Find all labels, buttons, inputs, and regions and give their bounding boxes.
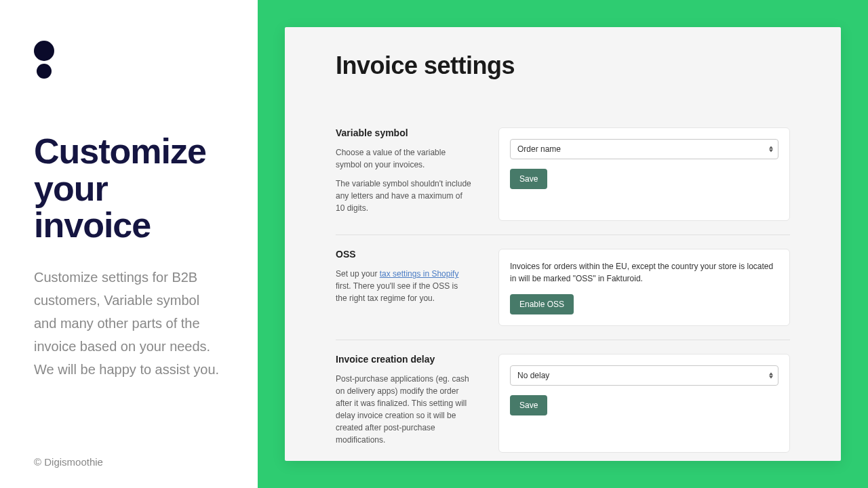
- text-pre: Set up your: [336, 269, 380, 279]
- setting-title: Variable symbol: [336, 127, 471, 138]
- preview-panel: Invoice settings Variable symbol Choose …: [258, 0, 868, 488]
- hero-title: Customize your invoice: [34, 133, 224, 244]
- setting-description: OSS Set up your tax settings in Shopify …: [336, 249, 471, 326]
- setting-text: Choose a value of the variable symbol on…: [336, 146, 471, 171]
- app-content: Invoice settings Variable symbol Choose …: [285, 27, 841, 461]
- marketing-panel: Customize your invoice Customize setting…: [0, 0, 258, 488]
- setting-text: The variable symbol shouldn't include an…: [336, 178, 471, 214]
- setting-delay: Invoice creation delay Post-purchase app…: [336, 340, 790, 461]
- card-text: Invoices for orders within the EU, excep…: [510, 260, 778, 285]
- setting-text: Set up your tax settings in Shopify firs…: [336, 268, 471, 304]
- setting-description: Invoice creation delay Post-purchase app…: [336, 354, 471, 453]
- enable-oss-button[interactable]: Enable OSS: [510, 294, 574, 314]
- setting-card: No delay Save: [498, 354, 790, 453]
- logo-dot-icon: [34, 41, 54, 61]
- copyright: © Digismoothie: [34, 456, 103, 468]
- select-value: No delay: [510, 365, 778, 386]
- page-title: Invoice settings: [336, 52, 790, 80]
- setting-variable-symbol: Variable symbol Choose a value of the va…: [336, 114, 790, 235]
- logo: [34, 41, 224, 79]
- setting-title: Invoice creation delay: [336, 354, 471, 365]
- setting-text: Post-purchase applications (eg. cash on …: [336, 373, 471, 446]
- setting-card: Invoices for orders within the EU, excep…: [498, 249, 790, 326]
- variable-symbol-select[interactable]: Order name: [510, 139, 778, 159]
- app-window: Invoice settings Variable symbol Choose …: [285, 27, 841, 461]
- save-button[interactable]: Save: [510, 395, 547, 415]
- select-value: Order name: [510, 139, 778, 159]
- hero-body: Customize settings for B2B customers, Va…: [34, 266, 224, 381]
- tax-settings-link[interactable]: tax settings in Shopify: [380, 269, 459, 279]
- save-button[interactable]: Save: [510, 169, 547, 189]
- text-post: first. There you'll see if the OSS is th…: [336, 281, 458, 303]
- setting-card: Order name Save: [498, 127, 790, 221]
- setting-title: OSS: [336, 249, 471, 260]
- delay-select[interactable]: No delay: [510, 365, 778, 386]
- logo-dot-icon: [37, 64, 52, 79]
- setting-description: Variable symbol Choose a value of the va…: [336, 127, 471, 221]
- setting-oss: OSS Set up your tax settings in Shopify …: [336, 235, 790, 340]
